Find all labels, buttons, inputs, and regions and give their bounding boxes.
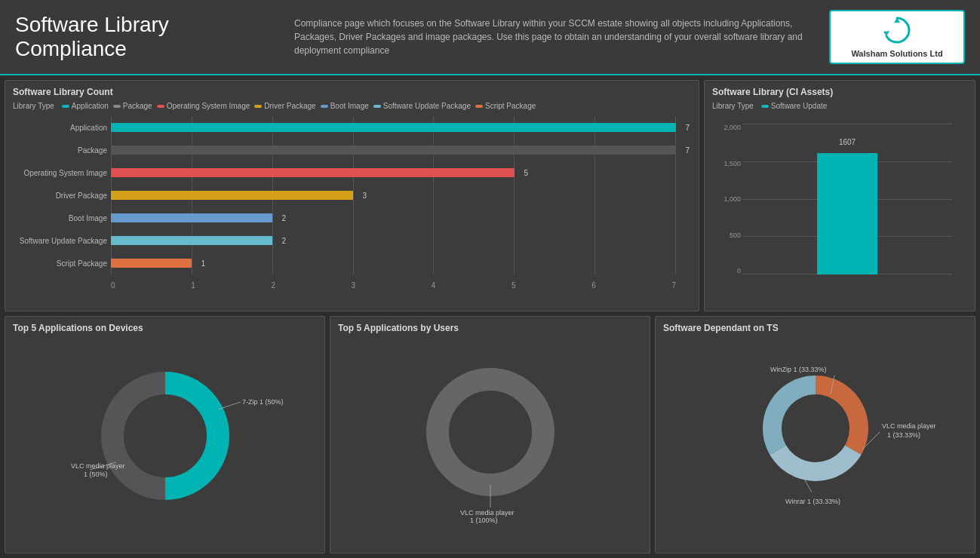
legend-application-label: Application [72,102,109,110]
x-label-0: 0 [111,281,115,290]
bar-val-6: 1 [201,259,205,268]
legend-script-package: Script Package [475,102,536,110]
bar-fill-6: 1 [111,259,192,268]
header-description: Compliance page which focuses on the Sof… [279,17,829,57]
slc-bars-area: Application7Package7Operating System Ima… [111,116,676,274]
slc-legend-type-label: Library Type [13,102,54,110]
slc-title: Software Library Count [13,87,691,97]
bar-fill-3: 3 [111,191,353,200]
legend-boot-image-label: Boot Image [330,102,369,110]
legend-application: Application [62,102,109,110]
legend-os-image-label: Operating System Image [167,102,250,110]
ci-panel: Software Library (CI Assets) Library Typ… [704,80,975,311]
svg-text:7-Zip 1 (50%): 7-Zip 1 (50%) [242,398,284,406]
ci-y-labels: 2,000 1,500 1,000 500 0 [712,124,741,274]
bar-label-3: Driver Package [13,192,107,200]
bar-label-5: Software Update Package [13,237,107,245]
legend-script-package-dot [475,105,483,108]
bar-fill-0: 7 [111,123,676,132]
app-users-panel: Top 5 Applications by Users VLC media pl… [330,316,650,553]
bar-row-2: Operating System Image5 [111,164,676,181]
ci-y-0: 0 [737,267,741,274]
bar-val-2: 5 [524,169,528,177]
bar-label-0: Application [13,124,107,132]
slc-legend: Library Type Application Package Operati… [13,102,691,110]
x-label-4: 4 [432,281,436,290]
x-label-3: 3 [352,281,356,290]
svg-text:VLC media player: VLC media player [882,422,936,430]
legend-su-package-dot [373,105,381,108]
legend-driver-package-dot [254,105,262,108]
main-content: Software Library Count Library Type Appl… [0,75,980,558]
bar-val-4: 2 [281,214,286,222]
slc-panel: Software Library Count Library Type Appl… [5,80,699,311]
ci-y-500: 500 [730,231,741,239]
page-title: Software Library Compliance [15,13,279,61]
svg-text:1 (33.33%): 1 (33.33%) [887,431,920,439]
bar-val-1: 7 [685,146,690,155]
soft-dep-donut-container: WinZip 1 (33.33%) VLC media player 1 (33… [663,338,967,534]
app-devices-donut: 7-Zip 1 (50%) VLC media player 1 (50%) [67,349,263,523]
bar-row-4: Boot Image2 [111,210,676,226]
legend-package: Package [113,102,152,110]
bar-fill-4: 2 [111,213,272,222]
legend-su-package-label: Software Update Package [383,102,471,110]
header: Software Library Compliance Compliance p… [0,0,980,75]
bar-row-0: Application7 [111,119,676,136]
bar-row-6: Script Package1 [111,255,676,271]
ci-y-1500: 1,500 [723,160,741,167]
ci-legend-su-label: Software Update [771,102,828,110]
legend-driver-package: Driver Package [254,102,315,110]
bar-val-0: 7 [685,124,690,132]
soft-dep-panel: Software Dependant on TS [655,316,975,553]
bar-val-3: 3 [362,192,367,200]
ci-bar: 1607 [817,153,877,274]
svg-text:VLC media player: VLC media player [460,509,515,517]
x-label-2: 2 [271,281,275,290]
x-label-1: 1 [191,281,195,290]
slc-bar-chart: Application7Package7Operating System Ima… [111,116,676,290]
app-devices-donut-container: 7-Zip 1 (50%) VLC media player 1 (50%) [13,338,317,534]
bar-row-3: Driver Package3 [111,187,676,204]
soft-dep-title: Software Dependant on TS [663,323,967,333]
top-row: Software Library Count Library Type Appl… [5,80,975,311]
bar-row-1: Package7 [111,142,676,158]
slc-x-labels: 0 1 2 3 4 5 6 7 [111,276,676,290]
svg-text:VLC media player: VLC media player [71,462,125,470]
bar-fill-1: 7 [111,146,676,155]
ci-legend-su: Software Update [761,102,828,110]
bar-row-5: Software Update Package2 [111,232,676,249]
bar-fill-5: 2 [111,236,272,245]
ci-y-1000: 1,000 [723,195,741,203]
bar-label-2: Operating System Image [13,169,107,177]
ci-chart: 2,000 1,500 1,000 500 0 1607 [712,116,967,290]
svg-text:Winrar 1 (33.33%): Winrar 1 (33.33%) [785,498,840,505]
x-label-7: 7 [671,281,676,290]
svg-text:1 (100%): 1 (100%) [470,517,498,524]
bar-label-1: Package [13,146,107,155]
svg-point-9 [782,394,849,462]
legend-os-image: Operating System Image [157,102,250,110]
bottom-row: Top 5 Applications on Devices 7 [5,316,975,553]
company-logo: Walsham Solutions Ltd [829,10,965,64]
svg-point-5 [438,379,543,485]
app-users-donut: VLC media player 1 (100%) [392,349,588,523]
soft-dep-donut: WinZip 1 (33.33%) VLC media player 1 (33… [695,345,936,526]
legend-su-package: Software Update Package [373,102,471,110]
ci-legend-type-label: Library Type [712,102,754,110]
legend-boot-image: Boot Image [321,102,369,110]
ci-legend: Library Type Software Update [712,102,967,110]
ci-legend-su-dot [761,105,769,108]
app-users-donut-container: VLC media player 1 (100%) [338,338,642,534]
bar-label-4: Boot Image [13,214,107,222]
x-label-6: 6 [591,281,596,290]
legend-os-image-dot [157,105,164,108]
slc-bar-chart-inner: Application7Package7Operating System Ima… [111,116,676,290]
legend-application-dot [62,105,69,108]
svg-text:WinZip 1 (33.33%): WinZip 1 (33.33%) [770,366,827,373]
bar-val-5: 2 [281,237,286,245]
legend-package-label: Package [123,102,152,110]
logo-text: Walsham Solutions Ltd [851,49,942,58]
svg-text:1 (50%): 1 (50%) [84,471,108,478]
app-devices-panel: Top 5 Applications on Devices 7 [5,316,325,553]
